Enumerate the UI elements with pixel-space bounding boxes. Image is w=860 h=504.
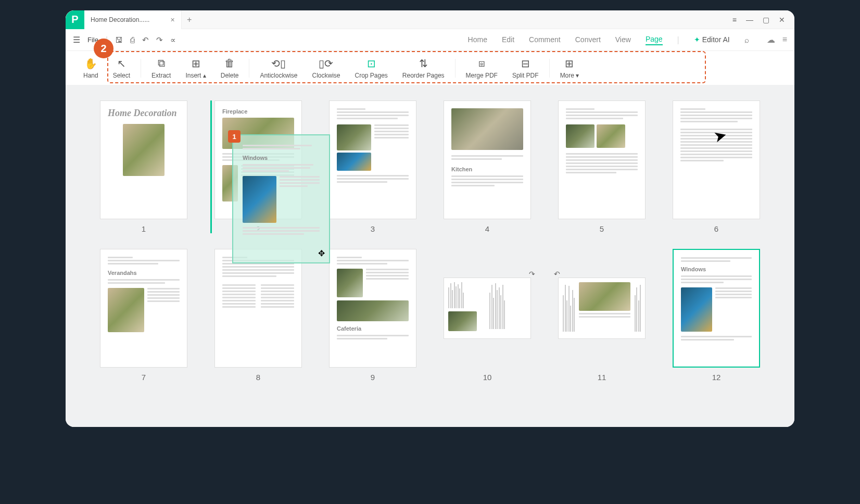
hamburger-icon[interactable]: ☰: [73, 35, 80, 45]
document-tab[interactable]: Home Decoration...... ×: [84, 10, 182, 29]
rotate-clockwise-tool[interactable]: ▯⟳ Clockwise: [305, 55, 347, 81]
hand-icon: ✋: [84, 57, 97, 70]
tab-convert[interactable]: Convert: [575, 35, 601, 45]
main-tabs: Home Edit Comment Convert View Page | Ed…: [468, 35, 749, 45]
tab-close-icon[interactable]: ×: [170, 16, 174, 24]
tab-comment[interactable]: Comment: [529, 35, 561, 45]
page-thumb-9[interactable]: Cafeteria 9: [326, 249, 420, 382]
drop-insert-indicator: [210, 100, 212, 233]
more-menu-icon[interactable]: ≡: [782, 35, 787, 45]
insert-tool[interactable]: ⊞ Insert ▴: [178, 55, 213, 81]
page-grid: Home Decoration 1 1 Windows ✥: [97, 100, 763, 382]
split-icon: ⊟: [521, 57, 530, 70]
page-number: 11: [598, 373, 606, 382]
page-number: 7: [142, 373, 146, 382]
reorder-icon: ⇅: [419, 57, 428, 70]
crop-icon: ⊡: [367, 57, 376, 70]
page-thumb-5[interactable]: 5: [555, 100, 649, 233]
tab-home[interactable]: Home: [468, 35, 487, 45]
cover-image: [123, 124, 165, 176]
window-controls: ≡ — ▢ ✕: [732, 16, 794, 24]
delete-tool[interactable]: 🗑 Delete: [213, 55, 246, 81]
page-number: 12: [712, 373, 721, 382]
page-image: [451, 108, 523, 150]
page-thumb-12[interactable]: Windows 12: [669, 249, 763, 382]
page-thumb-1[interactable]: Home Decoration 1 1 Windows ✥: [97, 100, 191, 233]
window-menu-icon[interactable]: ≡: [732, 16, 737, 24]
menubar: ☰ File | 🖫 ⎙ ↶ ↷ ∝ Home Edit Comment Con…: [66, 29, 794, 51]
page-grid-area: Home Decoration 1 1 Windows ✥: [66, 85, 794, 427]
app-window: P Home Decoration...... × + ≡ — ▢ ✕ ☰ Fi…: [66, 10, 794, 427]
page-number: 8: [256, 373, 260, 382]
drag-thumb-image: [243, 176, 276, 223]
save-icon[interactable]: 🖫: [115, 35, 123, 44]
cloud-icon[interactable]: ☁: [767, 35, 775, 45]
move-cursor-icon: ✥: [318, 248, 325, 258]
editor-ai-button[interactable]: Editor AI: [694, 35, 730, 45]
page-thumb-10[interactable]: ↷ 10: [440, 249, 534, 382]
page-number: 3: [371, 224, 375, 233]
page-number: 10: [483, 373, 492, 382]
drag-count-badge: 1: [228, 130, 241, 143]
maximize-icon[interactable]: ▢: [763, 16, 769, 24]
tab-view[interactable]: View: [615, 35, 631, 45]
rotate-handle-icon[interactable]: ↷: [529, 270, 535, 278]
hand-tool[interactable]: ✋ Hand: [76, 55, 106, 81]
page-thumb-7[interactable]: Verandahs 7: [97, 249, 191, 382]
tab-title: Home Decoration......: [91, 16, 149, 23]
split-pdf-tool[interactable]: ⊟ Split PDF: [505, 55, 546, 81]
tab-edit[interactable]: Edit: [502, 35, 514, 45]
rotate-handle-icon[interactable]: ↶: [554, 270, 560, 278]
page-number: 1: [142, 224, 146, 233]
right-menu-icons: ☁ ≡: [767, 35, 787, 45]
delete-icon: 🗑: [224, 57, 235, 70]
grid-icon: ⊞: [565, 57, 574, 70]
page-thumb-3[interactable]: 3: [326, 100, 420, 233]
minimize-icon[interactable]: —: [746, 16, 753, 24]
page-thumb-6[interactable]: 6: [669, 100, 763, 233]
more-tools[interactable]: ⊞ More ▾: [553, 55, 587, 81]
page-image: [681, 287, 712, 332]
page-toolbar: 2 ➤ ✋ Hand ↖ Select ⧉ Extract ⊞ Insert ▴…: [66, 51, 794, 85]
insert-icon: ⊞: [192, 57, 200, 70]
page-number: 6: [714, 224, 718, 233]
page-thumb-4[interactable]: Kitchen 4: [440, 100, 534, 233]
titlebar: P Home Decoration...... × + ≡ — ▢ ✕: [66, 10, 794, 29]
select-tool[interactable]: ↖ Select: [106, 55, 137, 81]
merge-pdf-tool[interactable]: ⧆ Merge PDF: [459, 55, 505, 81]
share-icon[interactable]: ∝: [170, 35, 176, 45]
search-icon[interactable]: ⌕: [744, 35, 749, 44]
tab-page[interactable]: Page: [646, 35, 663, 45]
page-number: 4: [485, 224, 489, 233]
dragging-page-preview[interactable]: 1 Windows ✥: [232, 134, 330, 263]
merge-icon: ⧆: [478, 57, 485, 70]
page-number: 5: [600, 224, 604, 233]
reorder-pages-tool[interactable]: ⇅ Reorder Pages: [395, 55, 452, 81]
page-number: 9: [371, 373, 375, 382]
page-thumb-8[interactable]: 8: [211, 249, 305, 382]
rotate-ccw-icon: ⟲▯: [271, 57, 286, 70]
rotate-anticlockwise-tool[interactable]: ⟲▯ Anticlockwise: [252, 55, 305, 81]
annotation-badge-2: 2: [94, 39, 113, 58]
print-icon[interactable]: ⎙: [130, 35, 135, 44]
app-logo: P: [66, 10, 84, 29]
redo-icon[interactable]: ↷: [156, 35, 163, 45]
extract-tool[interactable]: ⧉ Extract: [144, 55, 178, 81]
page-image: [108, 288, 144, 332]
undo-icon[interactable]: ↶: [142, 35, 149, 45]
crop-pages-tool[interactable]: ⊡ Crop Pages: [347, 55, 395, 81]
close-window-icon[interactable]: ✕: [779, 16, 785, 24]
extract-icon: ⧉: [158, 57, 165, 70]
cursor-icon: ↖: [117, 57, 126, 70]
rotate-cw-icon: ▯⟳: [319, 57, 333, 70]
new-tab-button[interactable]: +: [182, 15, 197, 24]
page-thumb-11[interactable]: ↶ 11: [555, 249, 649, 382]
